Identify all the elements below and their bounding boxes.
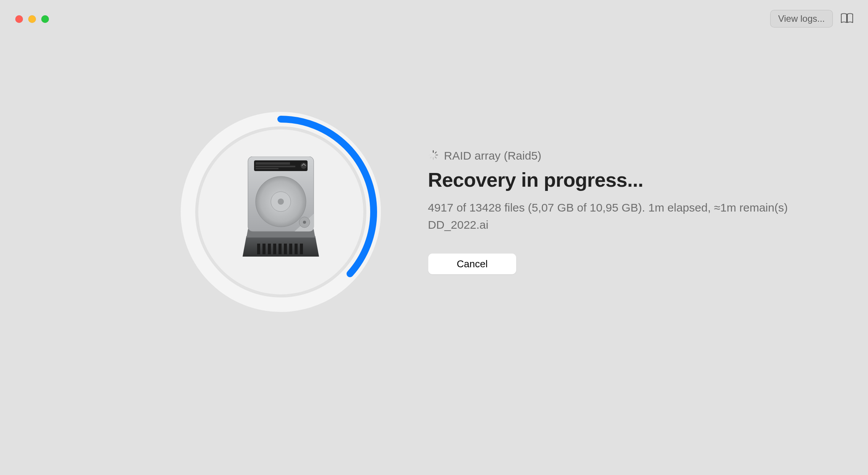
- progress-ring: [180, 111, 382, 313]
- current-file: DD_2022.ai: [428, 216, 788, 233]
- svg-rect-19: [256, 168, 279, 169]
- svg-rect-9: [284, 244, 287, 254]
- svg-rect-8: [279, 244, 282, 254]
- svg-rect-10: [289, 244, 292, 254]
- minimize-window-button[interactable]: [28, 15, 36, 23]
- drive-icon: [198, 129, 363, 294]
- progress-title: Recovery in progress...: [428, 168, 788, 191]
- maximize-window-button[interactable]: [41, 15, 49, 23]
- svg-line-32: [430, 152, 431, 153]
- help-book-icon[interactable]: [840, 13, 853, 25]
- svg-rect-7: [273, 244, 276, 254]
- cancel-button[interactable]: Cancel: [428, 253, 517, 275]
- svg-rect-6: [268, 244, 271, 254]
- close-window-button[interactable]: [15, 15, 23, 23]
- svg-rect-12: [300, 244, 303, 254]
- svg-rect-11: [295, 244, 298, 254]
- svg-point-22: [278, 199, 284, 205]
- view-logs-button[interactable]: View logs...: [770, 10, 833, 27]
- source-row: RAID array (Raid5): [428, 149, 788, 162]
- svg-line-30: [430, 157, 431, 158]
- svg-line-28: [435, 157, 436, 158]
- source-label: RAID array (Raid5): [444, 149, 541, 162]
- svg-rect-17: [256, 162, 290, 165]
- toolbar: View logs...: [770, 10, 853, 27]
- svg-point-24: [303, 221, 306, 224]
- spinner-icon: [428, 150, 439, 162]
- main-content: RAID array (Raid5) Recovery in progress.…: [180, 111, 788, 313]
- progress-stats: 4917 of 13428 files (5,07 GB of 10,95 GB…: [428, 199, 788, 216]
- svg-line-26: [435, 152, 436, 153]
- progress-info: RAID array (Raid5) Recovery in progress.…: [428, 149, 788, 275]
- svg-rect-4: [257, 244, 260, 254]
- svg-rect-18: [256, 166, 295, 167]
- window-traffic-lights: [15, 15, 49, 23]
- svg-rect-5: [262, 244, 266, 254]
